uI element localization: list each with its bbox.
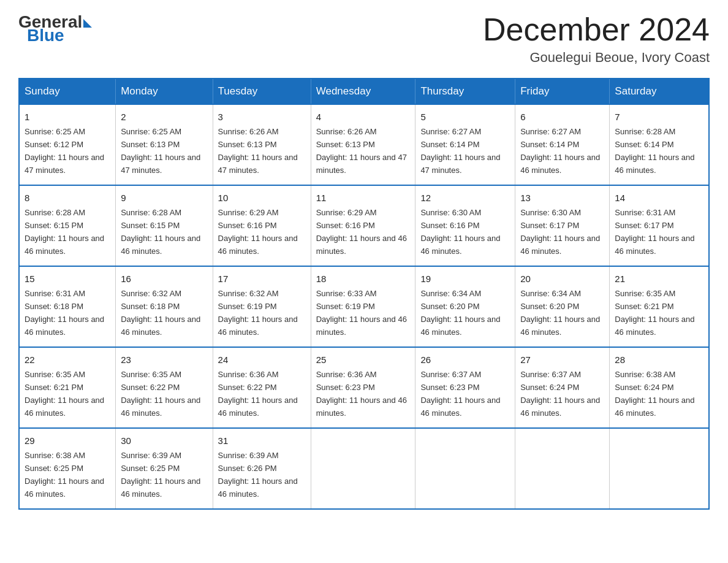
day-number: 1	[25, 110, 110, 124]
day-number: 28	[615, 353, 703, 367]
table-row: 4Sunrise: 6:26 AMSunset: 6:13 PMDaylight…	[311, 104, 415, 185]
day-number: 17	[218, 272, 306, 286]
col-wednesday: Wednesday	[311, 79, 415, 104]
logo: General Blue	[18, 12, 92, 45]
day-number: 20	[520, 272, 604, 286]
table-row	[311, 428, 415, 509]
calendar-week-row: 29Sunrise: 6:38 AMSunset: 6:25 PMDayligh…	[19, 428, 709, 509]
table-row: 25Sunrise: 6:36 AMSunset: 6:23 PMDayligh…	[311, 347, 415, 428]
day-info: Sunrise: 6:28 AMSunset: 6:14 PMDaylight:…	[615, 127, 694, 175]
table-row: 29Sunrise: 6:38 AMSunset: 6:25 PMDayligh…	[19, 428, 116, 509]
day-number: 7	[615, 110, 703, 124]
day-number: 5	[420, 110, 510, 124]
table-row: 20Sunrise: 6:34 AMSunset: 6:20 PMDayligh…	[515, 266, 610, 347]
table-row: 27Sunrise: 6:37 AMSunset: 6:24 PMDayligh…	[515, 347, 610, 428]
month-title: December 2024	[483, 12, 710, 47]
table-row: 14Sunrise: 6:31 AMSunset: 6:17 PMDayligh…	[610, 185, 709, 266]
table-row: 21Sunrise: 6:35 AMSunset: 6:21 PMDayligh…	[610, 266, 709, 347]
day-number: 31	[218, 434, 306, 448]
table-row: 28Sunrise: 6:38 AMSunset: 6:24 PMDayligh…	[610, 347, 709, 428]
table-row: 15Sunrise: 6:31 AMSunset: 6:18 PMDayligh…	[19, 266, 116, 347]
day-info: Sunrise: 6:28 AMSunset: 6:15 PMDaylight:…	[25, 208, 104, 256]
table-row: 10Sunrise: 6:29 AMSunset: 6:16 PMDayligh…	[213, 185, 311, 266]
day-number: 22	[25, 353, 110, 367]
day-info: Sunrise: 6:27 AMSunset: 6:14 PMDaylight:…	[420, 127, 500, 175]
logo-blue-text: Blue	[27, 26, 64, 45]
table-row: 18Sunrise: 6:33 AMSunset: 6:19 PMDayligh…	[311, 266, 415, 347]
table-row: 9Sunrise: 6:28 AMSunset: 6:15 PMDaylight…	[116, 185, 213, 266]
day-info: Sunrise: 6:26 AMSunset: 6:13 PMDaylight:…	[316, 127, 407, 175]
day-info: Sunrise: 6:25 AMSunset: 6:13 PMDaylight:…	[121, 127, 200, 175]
col-sunday: Sunday	[19, 79, 116, 104]
day-info: Sunrise: 6:39 AMSunset: 6:26 PMDaylight:…	[218, 451, 298, 499]
day-number: 4	[316, 110, 411, 124]
day-number: 30	[121, 434, 207, 448]
table-row: 6Sunrise: 6:27 AMSunset: 6:14 PMDaylight…	[515, 104, 610, 185]
table-row: 1Sunrise: 6:25 AMSunset: 6:12 PMDaylight…	[19, 104, 116, 185]
day-info: Sunrise: 6:38 AMSunset: 6:24 PMDaylight:…	[615, 370, 694, 418]
title-block: December 2024 Gouelegui Beoue, Ivory Coa…	[483, 12, 710, 66]
day-number: 8	[25, 191, 110, 205]
day-info: Sunrise: 6:37 AMSunset: 6:23 PMDaylight:…	[420, 370, 500, 418]
day-number: 21	[615, 272, 703, 286]
day-number: 10	[218, 191, 306, 205]
col-thursday: Thursday	[415, 79, 515, 104]
day-info: Sunrise: 6:36 AMSunset: 6:23 PMDaylight:…	[316, 370, 407, 418]
day-number: 26	[420, 353, 510, 367]
day-info: Sunrise: 6:36 AMSunset: 6:22 PMDaylight:…	[218, 370, 298, 418]
day-info: Sunrise: 6:34 AMSunset: 6:20 PMDaylight:…	[520, 289, 600, 337]
table-row: 22Sunrise: 6:35 AMSunset: 6:21 PMDayligh…	[19, 347, 116, 428]
day-info: Sunrise: 6:35 AMSunset: 6:21 PMDaylight:…	[25, 370, 104, 418]
day-number: 25	[316, 353, 411, 367]
day-info: Sunrise: 6:29 AMSunset: 6:16 PMDaylight:…	[316, 208, 407, 256]
day-number: 23	[121, 353, 207, 367]
table-row: 16Sunrise: 6:32 AMSunset: 6:18 PMDayligh…	[116, 266, 213, 347]
day-info: Sunrise: 6:33 AMSunset: 6:19 PMDaylight:…	[316, 289, 407, 337]
day-info: Sunrise: 6:37 AMSunset: 6:24 PMDaylight:…	[520, 370, 600, 418]
day-number: 27	[520, 353, 604, 367]
day-number: 13	[520, 191, 604, 205]
day-number: 14	[615, 191, 703, 205]
day-info: Sunrise: 6:34 AMSunset: 6:20 PMDaylight:…	[420, 289, 500, 337]
calendar-week-row: 8Sunrise: 6:28 AMSunset: 6:15 PMDaylight…	[19, 185, 709, 266]
day-info: Sunrise: 6:35 AMSunset: 6:21 PMDaylight:…	[615, 289, 694, 337]
table-row	[415, 428, 515, 509]
day-number: 3	[218, 110, 306, 124]
day-info: Sunrise: 6:35 AMSunset: 6:22 PMDaylight:…	[121, 370, 200, 418]
col-tuesday: Tuesday	[213, 79, 311, 104]
table-row: 11Sunrise: 6:29 AMSunset: 6:16 PMDayligh…	[311, 185, 415, 266]
day-info: Sunrise: 6:25 AMSunset: 6:12 PMDaylight:…	[25, 127, 104, 175]
table-row: 13Sunrise: 6:30 AMSunset: 6:17 PMDayligh…	[515, 185, 610, 266]
day-number: 2	[121, 110, 207, 124]
day-info: Sunrise: 6:38 AMSunset: 6:25 PMDaylight:…	[25, 451, 104, 499]
table-row: 3Sunrise: 6:26 AMSunset: 6:13 PMDaylight…	[213, 104, 311, 185]
day-number: 6	[520, 110, 604, 124]
day-number: 18	[316, 272, 411, 286]
day-number: 19	[420, 272, 510, 286]
day-info: Sunrise: 6:30 AMSunset: 6:17 PMDaylight:…	[520, 208, 600, 256]
calendar-week-row: 15Sunrise: 6:31 AMSunset: 6:18 PMDayligh…	[19, 266, 709, 347]
day-info: Sunrise: 6:30 AMSunset: 6:16 PMDaylight:…	[420, 208, 500, 256]
calendar-table: Sunday Monday Tuesday Wednesday Thursday…	[18, 78, 710, 510]
calendar-week-row: 1Sunrise: 6:25 AMSunset: 6:12 PMDaylight…	[19, 104, 709, 185]
day-number: 11	[316, 191, 411, 205]
col-saturday: Saturday	[610, 79, 709, 104]
day-info: Sunrise: 6:28 AMSunset: 6:15 PMDaylight:…	[121, 208, 200, 256]
logo-arrow-icon	[83, 19, 92, 28]
day-info: Sunrise: 6:26 AMSunset: 6:13 PMDaylight:…	[218, 127, 298, 175]
day-info: Sunrise: 6:32 AMSunset: 6:19 PMDaylight:…	[218, 289, 298, 337]
table-row: 24Sunrise: 6:36 AMSunset: 6:22 PMDayligh…	[213, 347, 311, 428]
table-row: 19Sunrise: 6:34 AMSunset: 6:20 PMDayligh…	[415, 266, 515, 347]
day-info: Sunrise: 6:27 AMSunset: 6:14 PMDaylight:…	[520, 127, 600, 175]
day-number: 15	[25, 272, 110, 286]
table-row: 17Sunrise: 6:32 AMSunset: 6:19 PMDayligh…	[213, 266, 311, 347]
col-friday: Friday	[515, 79, 610, 104]
day-number: 16	[121, 272, 207, 286]
day-info: Sunrise: 6:32 AMSunset: 6:18 PMDaylight:…	[121, 289, 200, 337]
day-number: 29	[25, 434, 110, 448]
day-info: Sunrise: 6:29 AMSunset: 6:16 PMDaylight:…	[218, 208, 298, 256]
table-row: 31Sunrise: 6:39 AMSunset: 6:26 PMDayligh…	[213, 428, 311, 509]
table-row: 26Sunrise: 6:37 AMSunset: 6:23 PMDayligh…	[415, 347, 515, 428]
day-info: Sunrise: 6:39 AMSunset: 6:25 PMDaylight:…	[121, 451, 200, 499]
table-row: 12Sunrise: 6:30 AMSunset: 6:16 PMDayligh…	[415, 185, 515, 266]
